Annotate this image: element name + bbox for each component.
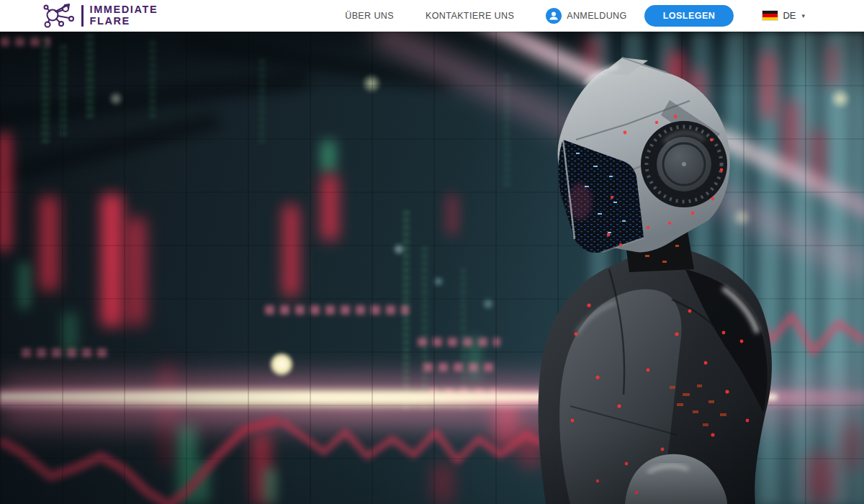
user-circle-icon bbox=[546, 8, 562, 24]
language-code: DE bbox=[783, 10, 796, 21]
login-label: ANMELDUNG bbox=[567, 11, 626, 21]
nav-menu: ÜBER UNS KONTAKTIERE UNS ANMELDUNG bbox=[345, 8, 626, 24]
logo-separator bbox=[81, 5, 84, 27]
logo[interactable]: IMMEDIATE FLARE bbox=[42, 2, 158, 29]
logo-title-line2: FLARE bbox=[90, 16, 158, 27]
network-doodle-icon bbox=[42, 2, 75, 29]
language-selector[interactable]: DE ▾ bbox=[762, 10, 805, 21]
hero-image bbox=[0, 32, 864, 504]
get-started-button[interactable]: LOSLEGEN bbox=[644, 5, 734, 27]
german-flag-icon bbox=[762, 11, 778, 20]
logo-title-line1: IMMEDIATE bbox=[90, 4, 158, 15]
top-navigation-bar: IMMEDIATE FLARE ÜBER UNS KONTAKTIERE UNS… bbox=[0, 0, 864, 32]
nav-item-contact[interactable]: KONTAKTIERE UNS bbox=[426, 11, 514, 21]
chevron-down-icon: ▾ bbox=[801, 12, 805, 19]
nav-item-about[interactable]: ÜBER UNS bbox=[345, 11, 394, 21]
vignette-overlay bbox=[0, 32, 864, 504]
nav-item-login[interactable]: ANMELDUNG bbox=[546, 8, 626, 24]
